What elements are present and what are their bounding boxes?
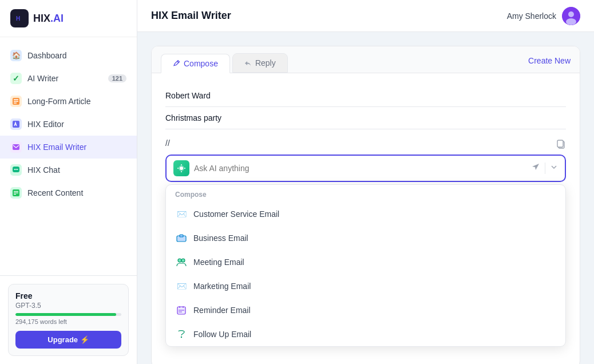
dropdown-section-label: Compose [166, 185, 565, 202]
dropdown-item-label: Reminder Email [193, 306, 251, 315]
dropdown-item-label: Business Email [193, 234, 248, 243]
subject-value: Christmas party [165, 113, 221, 122]
tab-compose[interactable]: Compose [161, 54, 230, 73]
logo-icon: H [10, 9, 29, 27]
tab-reply-label: Reply [255, 58, 276, 68]
sidebar: H HIX.AI 🏠 Dashboard ✓ AI Writer 121 Lon… [0, 0, 137, 364]
svg-point-11 [15, 169, 17, 170]
dropdown-item-business[interactable]: Business Email [166, 226, 565, 250]
svg-line-20 [177, 61, 179, 63]
sidebar-item-label: Dashboard [27, 51, 67, 60]
send-icon[interactable] [531, 163, 540, 174]
svg-text:H: H [16, 15, 20, 22]
long-form-icon [10, 96, 22, 107]
sidebar-footer: Free GPT-3.5 294,175 words left Upgrade … [0, 275, 137, 364]
dropdown-item-reminder[interactable]: Reminder Email [166, 298, 565, 322]
user-name: Amy Sherlock [507, 11, 556, 21]
plan-title: Free [15, 291, 121, 300]
dashboard-icon: 🏠 [10, 50, 22, 61]
recent-content-icon [10, 187, 22, 199]
svg-point-10 [14, 169, 15, 170]
sidebar-item-ai-writer[interactable]: ✓ AI Writer 121 [0, 67, 137, 90]
svg-point-19 [566, 18, 576, 25]
ai-input-wrapper [165, 155, 566, 182]
page-title: HIX Email Writer [151, 10, 231, 22]
svg-point-27 [178, 259, 181, 262]
sidebar-item-label: HIX Email Writer [27, 143, 86, 152]
business-icon [175, 232, 188, 244]
upgrade-button[interactable]: Upgrade ⚡ [15, 331, 121, 349]
ai-writer-icon: ✓ [10, 73, 22, 84]
compose-icon [173, 60, 180, 67]
input-divider [545, 163, 545, 174]
customer-service-icon: ✉️ [175, 208, 188, 220]
main-content: HIX Email Writer Amy Sherlock Compose Re… [137, 0, 594, 364]
sidebar-nav: 🏠 Dashboard ✓ AI Writer 121 Long-Form Ar… [0, 37, 137, 275]
tab-reply[interactable]: Reply [232, 53, 288, 73]
svg-point-34 [181, 337, 182, 338]
plan-card: Free GPT-3.5 294,175 words left Upgrade … [8, 284, 129, 356]
sidebar-item-dashboard[interactable]: 🏠 Dashboard [0, 44, 137, 67]
sidebar-item-label: HIX Editor [27, 120, 64, 129]
tabs-bar: Compose Reply Create New [152, 46, 580, 73]
to-field: Robert Ward [165, 85, 566, 107]
hix-editor-icon [10, 118, 22, 130]
dropdown-item-label: Meeting Email [193, 258, 244, 267]
copy-button[interactable] [556, 139, 566, 151]
email-card: Compose Reply Create New Robert Ward Chr… [151, 46, 580, 364]
reply-icon [244, 60, 252, 67]
sidebar-item-email-writer[interactable]: HIX Email Writer [0, 136, 137, 159]
content-area: Compose Reply Create New Robert Ward Chr… [137, 32, 594, 364]
dropdown-item-customer-service[interactable]: ✉️ Customer Service Email [166, 202, 565, 226]
ai-dropdown: Compose ✉️ Customer Service Email [165, 184, 566, 347]
sidebar-item-recent-content[interactable]: Recent Content [0, 181, 137, 204]
progress-bar [15, 313, 121, 316]
svg-point-18 [568, 11, 574, 17]
svg-point-22 [180, 167, 183, 170]
ai-writer-badge: 121 [108, 74, 126, 82]
sidebar-item-label: Long-Form Article [27, 97, 90, 106]
dropdown-item-label: Marketing Email [193, 282, 251, 291]
dropdown-item-label: Follow Up Email [193, 330, 251, 339]
email-body: // [165, 129, 566, 356]
sidebar-item-hix-editor[interactable]: HIX Editor [0, 113, 137, 136]
to-value: Robert Ward [165, 91, 211, 100]
ai-icon [173, 160, 189, 176]
plan-model: GPT-3.5 [15, 302, 121, 310]
email-writer-icon [10, 141, 22, 153]
svg-point-28 [181, 259, 185, 262]
logo-text: HIX.AI [33, 13, 64, 25]
dropdown-item-label: Customer Service Email [193, 209, 279, 219]
follow-up-icon [175, 328, 188, 341]
svg-point-12 [17, 169, 18, 170]
dropdown-item-marketing[interactable]: ✉️ Marketing Email [166, 274, 565, 298]
meeting-icon [175, 256, 188, 268]
sidebar-item-long-form[interactable]: Long-Form Article [0, 90, 137, 113]
user-info: Amy Sherlock [507, 7, 580, 25]
ai-input[interactable] [194, 164, 526, 173]
sidebar-item-label: Recent Content [27, 188, 83, 197]
sidebar-item-label: AI Writer [27, 74, 58, 83]
dropdown-scroll: ✉️ Customer Service Email Business Email [166, 202, 565, 346]
progress-fill [15, 313, 116, 316]
dropdown-item-follow-up[interactable]: Follow Up Email [166, 322, 565, 346]
create-new-button[interactable]: Create New [528, 54, 571, 68]
body-text: // [165, 139, 566, 148]
plan-words: 294,175 words left [15, 318, 121, 325]
marketing-icon: ✉️ [175, 280, 188, 292]
dropdown-item-meeting[interactable]: Meeting Email [166, 250, 565, 274]
sidebar-item-label: HIX Chat [27, 165, 60, 175]
logo: H HIX.AI [0, 0, 137, 37]
hix-chat-icon [10, 164, 22, 176]
chevron-down-icon[interactable] [550, 163, 558, 173]
avatar [562, 7, 580, 25]
svg-rect-24 [557, 140, 563, 147]
email-form: Robert Ward Christmas party // [152, 73, 580, 364]
reminder-icon [175, 304, 188, 316]
subject-field: Christmas party [165, 107, 566, 129]
header: HIX Email Writer Amy Sherlock [137, 0, 594, 32]
tab-compose-label: Compose [184, 59, 218, 68]
svg-rect-26 [180, 235, 183, 237]
svg-rect-8 [13, 144, 19, 150]
sidebar-item-hix-chat[interactable]: HIX Chat [0, 159, 137, 181]
